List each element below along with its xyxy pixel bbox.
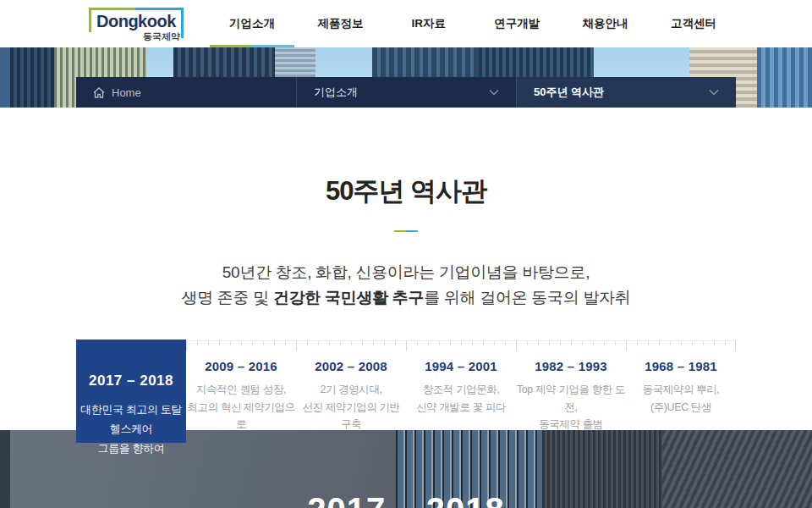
timeline-tab-years: 2017 – 2018 [76, 340, 186, 389]
timeline-tab-desc-line2: 동국제약 출범 [516, 416, 626, 433]
intro-line1: 50년간 창조, 화합, 신용이라는 기업이념을 바탕으로, [0, 260, 812, 285]
timeline-tab-desc-line1: 대한민국 최고의 토탈헬스케어 [76, 400, 186, 439]
hero-building [757, 47, 812, 108]
timeline-tab-desc-line1: 동국제약의 뿌리, [626, 381, 736, 399]
timeline-tab-desc-line2: 그룹을 향하여 [76, 439, 186, 459]
timeline-tab-desc-line2: 최고의 혁신 제약기업으로 [186, 399, 296, 433]
history-timeline: 2017 – 2018 대한민국 최고의 토탈헬스케어 그룹을 향하여 2009… [76, 340, 736, 430]
title-block: 50주년 역사관 [0, 174, 812, 232]
breadcrumb-menu2-label: 50주년 역사관 [534, 85, 604, 100]
nav-item-label: 기업소개 [229, 16, 275, 31]
intro-text: 50년간 창조, 화합, 신용이라는 기업이념을 바탕으로, 생명 존중 및 건… [0, 260, 812, 312]
timeline-tab-1[interactable]: 2017 – 2018 대한민국 최고의 토탈헬스케어 그룹을 향하여 [76, 340, 186, 443]
title-divider [394, 230, 418, 232]
timeline-tab-desc-line2: 선진 제약기업의 기반 구축 [296, 399, 406, 433]
chevron-down-icon [489, 89, 499, 96]
timeline-tab-desc-line1: 2기 경영시대, [296, 381, 406, 399]
brand-logo[interactable]: Dongkook 동국제약 [89, 8, 184, 43]
timeline-tab-desc: 대한민국 최고의 토탈헬스케어 그룹을 향하여 [76, 400, 186, 458]
breadcrumb-home-label: Home [112, 86, 141, 99]
nav-item-4[interactable]: 연구개발 [475, 0, 559, 47]
nav-item-label: 연구개발 [494, 16, 540, 31]
page-title: 50주년 역사관 [0, 174, 812, 209]
timeline-tab-3[interactable]: 2002 – 2008 2기 경영시대, 선진 제약기업의 기반 구축 [296, 340, 406, 430]
logo-subtext: 동국제약 [89, 30, 184, 43]
nav-item-2[interactable]: 제품정보 [298, 0, 382, 47]
nav-item-6[interactable]: 고객센터 [651, 0, 736, 47]
timeline-tab-desc-line1: Top 제약 기업을 향한 도전, [516, 381, 626, 416]
timeline-tab-desc-line1: 지속적인 퀀텀 성장, [186, 381, 296, 399]
nav-item-label: 제품정보 [317, 16, 363, 31]
main-nav: 기업소개제품정보IR자료연구개발채용안내고객센터 [210, 0, 736, 47]
timeline-tab-desc: Top 제약 기업을 향한 도전, 동국제약 출범 [516, 381, 626, 433]
timeline-tab-years: 1982 – 1993 [516, 359, 626, 373]
home-icon [93, 87, 105, 98]
nav-item-3[interactable]: IR자료 [387, 0, 471, 47]
nav-item-label: 채용안내 [583, 16, 628, 31]
timeline-tab-desc-line2: 신약 개발로 꽃 피다 [406, 399, 516, 417]
chevron-down-icon [709, 89, 719, 96]
timeline-tab-desc: 동국제약의 뿌리, (주)UEC 탄생 [626, 381, 736, 416]
timeline-tab-desc-line2: (주)UEC 탄생 [626, 399, 736, 417]
timeline-tab-5[interactable]: 1982 – 1993 Top 제약 기업을 향한 도전, 동국제약 출범 [516, 340, 626, 430]
nav-item-label: IR자료 [412, 16, 447, 31]
timeline-tab-desc: 2기 경영시대, 선진 제약기업의 기반 구축 [296, 381, 406, 433]
timeline-tab-2[interactable]: 2009 – 2016 지속적인 퀀텀 성장, 최고의 혁신 제약기업으로 [186, 340, 296, 430]
timeline-tab-desc: 지속적인 퀀텀 성장, 최고의 혁신 제약기업으로 [186, 381, 296, 433]
intro-line2-bold: 건강한 국민생활 추구 [273, 289, 424, 306]
breadcrumb-menu-level2[interactable]: 50주년 역사관 [516, 77, 736, 108]
timeline-tab-years: 1968 – 1981 [626, 359, 736, 373]
timeline-tab-6[interactable]: 1968 – 1981 동국제약의 뿌리, (주)UEC 탄생 [626, 340, 736, 430]
hero-building [10, 47, 56, 108]
page: Dongkook 동국제약 기업소개제품정보IR자료연구개발채용안내고객센터 H… [0, 0, 812, 508]
nav-item-label: 고객센터 [671, 16, 716, 31]
timeline-tab-years: 2002 – 2008 [296, 359, 406, 373]
top-header: Dongkook 동국제약 기업소개제품정보IR자료연구개발채용안내고객센터 [0, 0, 812, 47]
breadcrumb-home[interactable]: Home [76, 77, 296, 108]
breadcrumb-menu-level1[interactable]: 기업소개 [296, 77, 516, 108]
logo-wordmark: Dongkook [89, 8, 184, 30]
intro-line2-suffix: 를 위해 걸어온 동국의 발자취 [424, 289, 630, 306]
intro-line2-prefix: 생명 존중 및 [181, 289, 272, 306]
breadcrumb-menu1-label: 기업소개 [314, 85, 358, 100]
breadcrumb: Home 기업소개 50주년 역사관 [76, 77, 736, 108]
timeline-tab-years: 1994 – 2001 [406, 359, 516, 373]
nav-item-5[interactable]: 채용안내 [563, 0, 648, 47]
timeline-tab-years: 2009 – 2016 [186, 359, 296, 373]
nav-item-1[interactable]: 기업소개 [210, 0, 294, 47]
timeline-tab-desc: 창조적 기업문화, 신약 개발로 꽃 피다 [406, 381, 516, 416]
timeline-tab-desc-line1: 창조적 기업문화, [406, 381, 516, 399]
intro-line2: 생명 존중 및 건강한 국민생활 추구를 위해 걸어온 동국의 발자취 [0, 285, 812, 311]
timeline-tab-4[interactable]: 1994 – 2001 창조적 기업문화, 신약 개발로 꽃 피다 [406, 340, 516, 430]
era-heading: 2017 – 2018 [0, 491, 812, 508]
